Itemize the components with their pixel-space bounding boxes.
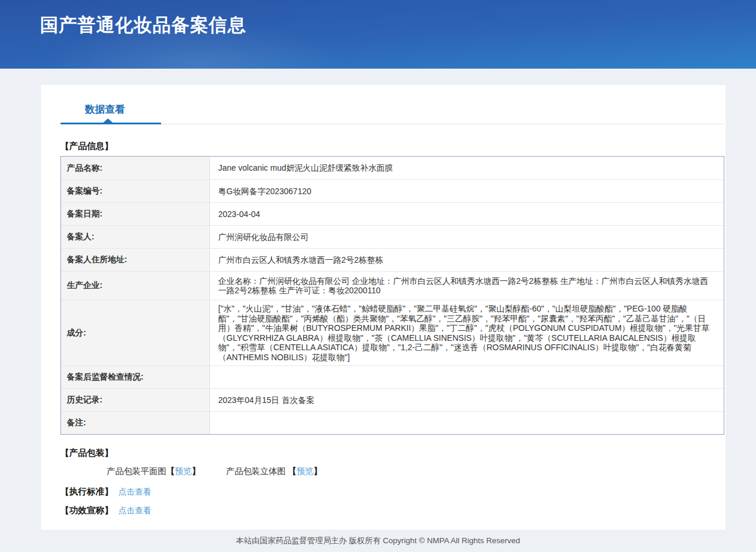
packaging-links-row: 产品包装平面图【预览】 产品包装立体图 【预览】 (60, 466, 724, 477)
section-heading-product-info: 【产品信息】 (60, 141, 724, 152)
section-heading-standard: 【执行标准】 (60, 486, 113, 496)
preview-link-3d[interactable]: 预览 (297, 466, 314, 476)
row-label: 生产企业: (61, 272, 210, 300)
standard-view-link[interactable]: 点击查看 (118, 487, 151, 496)
row-label: 备案人: (61, 226, 210, 248)
tab-divider-line (161, 124, 724, 124)
row-label: 产品名称: (61, 157, 210, 180)
row-value: 2023年04月15日 首次备案 (210, 389, 724, 411)
row-record-date: 备案日期: 2023-04-04 (61, 202, 724, 225)
section-heading-packaging: 【产品包装】 (60, 448, 724, 459)
row-supervision-check: 备案后监督检查情况: (61, 365, 724, 388)
row-registrant-address: 备案人住所地址: 广州市白云区人和镇秀水塘西一路2号2栋整栋 (61, 248, 724, 271)
packaging-flat-item: 产品包装平面图【预览】 (107, 466, 201, 477)
tab-caret-icon (103, 118, 113, 123)
row-record-number: 备案编号: 粤G妆网备字2023067120 (61, 180, 724, 202)
row-value: 广州市白云区人和镇秀水塘西一路2号2栋整栋 (210, 249, 724, 271)
section-heading-efficacy: 【功效宣称】 (60, 505, 113, 515)
tab-data-view[interactable]: 数据查看 (85, 104, 125, 116)
bracket-open: 【 (167, 466, 175, 476)
row-value: ["水"，"火山泥"，"甘油"，"液体石蜡"，"鲸蜡硬脂醇"，"聚二甲基硅氧烷"… (210, 300, 724, 365)
page-body: 数据查看 【产品信息】 产品名称: Jane volcanic mud妍泥火山泥… (0, 69, 756, 530)
standard-row: 【执行标准】点击查看 (60, 486, 724, 497)
efficacy-view-link[interactable]: 点击查看 (118, 506, 151, 515)
row-label: 成分: (61, 300, 210, 365)
page-header-banner: 国产普通化妆品备案信息 (0, 0, 756, 69)
row-label: 备案日期: (61, 203, 210, 225)
content-card: 数据查看 【产品信息】 产品名称: Jane volcanic mud妍泥火山泥… (41, 85, 726, 530)
page-title: 国产普通化妆品备案信息 (0, 0, 756, 38)
row-label: 备案后监督检查情况: (61, 366, 210, 388)
row-remarks: 备注: (61, 411, 724, 434)
row-value (210, 366, 724, 388)
row-product-name: 产品名称: Jane volcanic mud妍泥火山泥舒缓紧致补水面膜 (61, 157, 724, 180)
bracket-open: 【 (288, 466, 297, 476)
row-value: Jane volcanic mud妍泥火山泥舒缓紧致补水面膜 (210, 157, 724, 180)
row-value: 2023-04-04 (210, 203, 724, 225)
row-value: 企业名称：广州润研化妆品有限公司 企业地址：广州市白云区人和镇秀水塘西一路2号2… (210, 272, 724, 300)
efficacy-row: 【功效宣称】点击查看 (60, 505, 724, 516)
row-ingredients: 成分: ["水"，"火山泥"，"甘油"，"液体石蜡"，"鲸蜡硬脂醇"，"聚二甲基… (61, 300, 724, 365)
row-label: 备注: (61, 412, 210, 434)
row-history: 历史记录: 2023年04月15日 首次备案 (61, 388, 724, 411)
bracket-close: 】 (192, 466, 201, 476)
packaging-3d-item: 产品包装立体图 【预览】 (226, 466, 323, 477)
row-value: 广州润研化妆品有限公司 (210, 226, 724, 248)
product-info-table: 产品名称: Jane volcanic mud妍泥火山泥舒缓紧致补水面膜 备案编… (60, 156, 724, 435)
row-registrant: 备案人: 广州润研化妆品有限公司 (61, 225, 724, 248)
bracket-close: 】 (314, 466, 323, 476)
row-value (210, 412, 724, 434)
tab-underline (60, 123, 161, 124)
row-manufacturer: 生产企业: 企业名称：广州润研化妆品有限公司 企业地址：广州市白云区人和镇秀水塘… (61, 271, 724, 300)
tab-active-indicator (60, 123, 724, 124)
tabbar: 数据查看 (60, 104, 724, 124)
packaging-flat-label: 产品包装平面图 (107, 466, 167, 476)
footer-copyright: 本站由国家药品监督管理局主办 版权所有 Copyright © NMPA All… (236, 536, 520, 545)
row-label: 备案人住所地址: (61, 249, 210, 271)
packaging-3d-label: 产品包装立体图 (226, 466, 289, 476)
row-value: 粤G妆网备字2023067120 (210, 180, 724, 202)
footer: 本站由国家药品监督管理局主办 版权所有 Copyright © NMPA All… (0, 530, 756, 546)
row-label: 历史记录: (61, 389, 210, 411)
row-label: 备案编号: (61, 180, 210, 202)
preview-link-flat[interactable]: 预览 (175, 466, 192, 476)
